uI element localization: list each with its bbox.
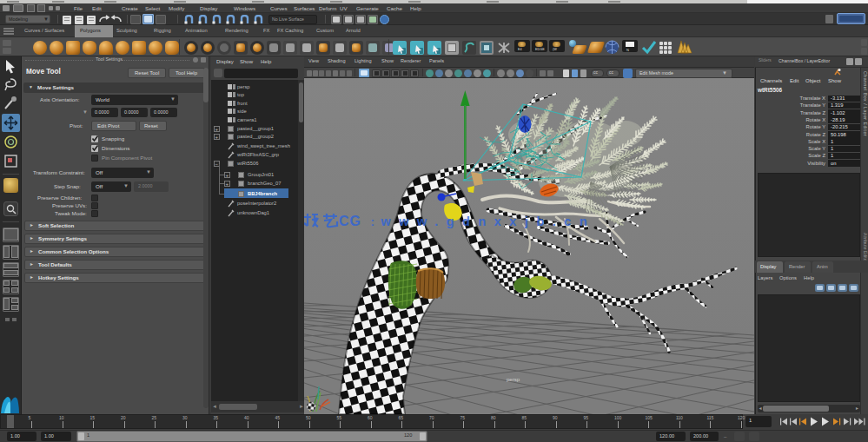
svg-text:persp: persp <box>507 377 520 382</box>
